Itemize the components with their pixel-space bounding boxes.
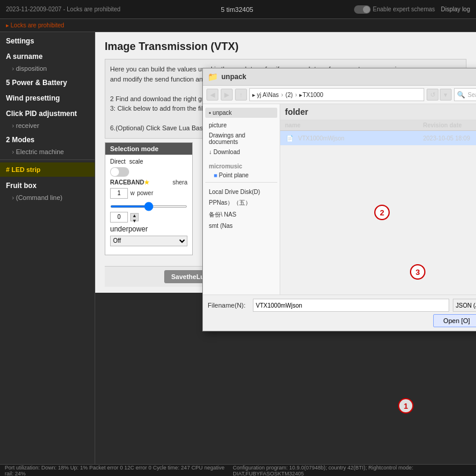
annotation-2: 2 bbox=[374, 205, 390, 220]
path-seg-1: ▸ yj A\Nas bbox=[252, 92, 278, 98]
shera-value: shera bbox=[173, 179, 187, 186]
unpack-icon: ▪ bbox=[209, 109, 211, 116]
sidebar-item-receiver[interactable]: receiver bbox=[0, 120, 95, 131]
search-placeholder: Search in TX1000 bbox=[468, 92, 476, 98]
path-sep-2: › bbox=[295, 92, 297, 98]
nav-divider bbox=[205, 182, 277, 184]
power-row: w power bbox=[110, 188, 187, 199]
dialog-body: ▪ unpack picture Drawings and documents … bbox=[203, 104, 476, 295]
dialog-title-text: unpack bbox=[221, 73, 246, 81]
dialog-nav-unpack[interactable]: ▪ unpack bbox=[205, 108, 277, 118]
refresh-btn[interactable]: ↺ bbox=[427, 89, 439, 101]
folder-title: folder bbox=[285, 107, 308, 117]
sidebar-item-pid[interactable]: Click PID adjustment bbox=[0, 105, 95, 120]
toggle-row bbox=[110, 167, 187, 177]
sidebar-item-asurname[interactable]: A surname bbox=[0, 48, 95, 63]
path-seg-2: (2) bbox=[286, 92, 293, 98]
dialog-main-header: folder ≡ ⊞ ? bbox=[280, 104, 476, 120]
status-right: Configuration program: 10.9.0(07948b); c… bbox=[233, 465, 471, 477]
status-left: Port utilization: Down: 18% Up: 1% Packe… bbox=[5, 465, 233, 477]
sidebar: Settings A surname disposition 5 Power &… bbox=[0, 32, 95, 464]
sidebar-item-electric[interactable]: Electric machine bbox=[0, 146, 95, 157]
top-bar-center-text: 5 tim32405 bbox=[221, 6, 253, 13]
file-row[interactable]: 📄 VTX1000mWjson 2023-10-05 18:09 JSON bbox=[280, 131, 476, 146]
dialog-titlebar: 📁 unpack ✕ bbox=[203, 68, 476, 86]
dialog-title-area: 📁 unpack bbox=[208, 72, 246, 82]
path-seg-3: ▸TX1000 bbox=[299, 92, 323, 98]
open-btn[interactable]: Open [O] bbox=[433, 314, 476, 327]
dialog-nav-picture[interactable]: picture bbox=[205, 120, 277, 130]
dialog-nav-ppnas[interactable]: PPNas）（五） bbox=[205, 197, 277, 209]
search-icon: 🔍 bbox=[457, 91, 465, 99]
content-wrapper: Image Transmission (VTX) Here you can bu… bbox=[95, 32, 476, 464]
folder-icon: 📁 bbox=[208, 72, 218, 82]
file-name: VTX1000mWjson bbox=[298, 135, 423, 142]
display-log-btn[interactable]: Display log bbox=[441, 6, 470, 12]
power-unit: w bbox=[130, 190, 134, 196]
second-bar: ▸ Locks are prohibited bbox=[0, 19, 476, 32]
top-bar-right: Enable expert schemas Display log bbox=[354, 5, 470, 14]
dialog-nav-drawings[interactable]: Drawings and documents bbox=[205, 130, 277, 147]
enable-expert-toggle[interactable]: Enable expert schemas bbox=[354, 5, 436, 14]
off-select[interactable]: Off bbox=[110, 236, 187, 246]
main-layout: Settings A surname disposition 5 Power &… bbox=[0, 32, 476, 464]
enable-expert-switch[interactable] bbox=[354, 5, 371, 14]
power-slider[interactable] bbox=[110, 205, 187, 208]
path-bar[interactable]: ▸ yj A\Nas › (2) › ▸TX1000 bbox=[249, 88, 424, 101]
top-bar-left-text: 2023-11-22009-0207 - Locks are prohibite… bbox=[6, 6, 120, 12]
direct-label: Direct bbox=[110, 158, 126, 165]
sidebar-item-fruit[interactable]: Fruit box bbox=[0, 177, 95, 192]
underpower-label: underpower bbox=[110, 225, 148, 233]
filename-input[interactable] bbox=[253, 299, 449, 312]
file-date: 2023-10-05 18:09 bbox=[423, 135, 476, 142]
nav-up-btn[interactable]: ↑ bbox=[235, 89, 247, 101]
dialog-nav-localdrive[interactable]: Local Drive Disk(D) bbox=[205, 187, 277, 197]
direct-scale-row: Direct scale bbox=[110, 158, 187, 165]
col-header-name: name bbox=[285, 122, 423, 129]
raceband-row: RACEBAND★ shera bbox=[110, 179, 187, 186]
dialog-nav-pointplane[interactable]: ■ Point plane bbox=[205, 171, 277, 180]
sidebar-item-cmdline[interactable]: (Command line) bbox=[0, 192, 95, 203]
dialog-bottom: Filename(N): JSON (JSON) Open [O] Cancel bbox=[203, 295, 476, 331]
dialog-nav-download[interactable]: ↓ Download bbox=[205, 147, 277, 157]
sidebar-item-wind[interactable]: Wind presetting bbox=[0, 89, 95, 105]
sidebar-item-settings[interactable]: Settings bbox=[0, 32, 95, 48]
spin-input[interactable] bbox=[110, 212, 128, 223]
path-controls: ↺ ▾ bbox=[427, 89, 452, 101]
sidebar-item-disposition[interactable]: disposition bbox=[0, 63, 95, 74]
path-sep-1: › bbox=[281, 92, 283, 98]
filetype-select[interactable]: JSON (JSON) bbox=[453, 299, 476, 312]
dialog-main: folder ≡ ⊞ ? name Revision date bbox=[280, 104, 476, 295]
underpower-row: underpower bbox=[110, 225, 187, 233]
filename-row: Filename(N): JSON (JSON) bbox=[208, 299, 476, 312]
nav-back-btn[interactable]: ◀ bbox=[206, 89, 218, 101]
file-table-header: name Revision date bbox=[280, 120, 476, 131]
nav-forward-btn[interactable]: ▶ bbox=[221, 89, 233, 101]
dialog-action-row: Open [O] Cancel bbox=[208, 314, 476, 327]
file-dialog: 📁 unpack ✕ ◀ ▶ ↑ ▸ yj A\Nas › (2) › ▸TX1… bbox=[202, 68, 476, 331]
spin-row: ▲ ▼ bbox=[110, 212, 187, 223]
sidebar-divider bbox=[0, 159, 95, 160]
sidebar-item-led[interactable]: LED strip bbox=[0, 162, 95, 177]
sidebar-item-power[interactable]: 5 Power & Battery bbox=[0, 74, 95, 89]
sidebar-item-modes[interactable]: 2 Modes bbox=[0, 131, 95, 146]
selection-toggle[interactable] bbox=[110, 167, 129, 177]
point-plane-icon: ■ bbox=[214, 172, 217, 178]
raceband-label: RACEBAND★ bbox=[110, 179, 149, 186]
dialog-nav-smt[interactable]: smt (Nas bbox=[205, 221, 277, 231]
second-bar-status: ▸ Locks are prohibited bbox=[6, 22, 64, 29]
selection-mode-panel: Selection mode Direct scale RACEBAND★ bbox=[105, 142, 193, 255]
power-input[interactable] bbox=[110, 188, 128, 199]
annotation-1: 1 bbox=[398, 398, 414, 414]
page-title: Image Transmission (VTX) bbox=[105, 40, 466, 53]
col-header-date: Revision date bbox=[423, 122, 476, 129]
dropdown-btn[interactable]: ▾ bbox=[440, 89, 452, 101]
enable-expert-label: Enable expert schemas bbox=[373, 6, 436, 12]
dialog-nav-backup[interactable]: 备份\ NAS bbox=[205, 209, 277, 221]
selection-mode-title: Selection mode bbox=[105, 143, 192, 155]
spin-up-btn[interactable]: ▲ ▼ bbox=[130, 213, 139, 221]
power-label: power bbox=[137, 190, 153, 196]
scale-label: scale bbox=[129, 158, 143, 165]
dialog-sidebar: ▪ unpack picture Drawings and documents … bbox=[203, 104, 280, 295]
filename-label: Filename(N): bbox=[208, 302, 249, 309]
